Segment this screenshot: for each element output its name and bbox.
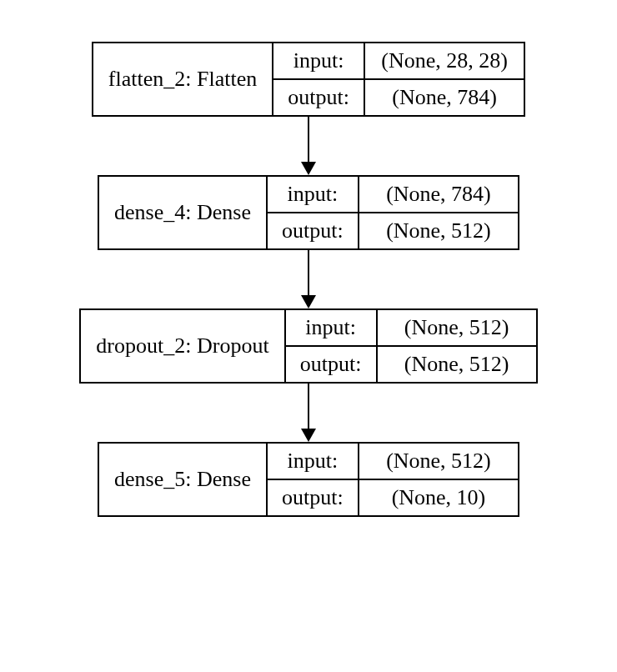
output-label: output: (268, 213, 359, 248)
arrow-icon (301, 250, 316, 308)
layer-node-dense-5: dense_5: Dense input: (None, 512) output… (98, 442, 519, 517)
input-label: input: (273, 43, 365, 78)
layer-output-row: output: (None, 512) (268, 213, 518, 248)
layer-output-row: output: (None, 512) (286, 347, 536, 382)
layer-io: input: (None, 28, 28) output: (None, 784… (273, 43, 524, 115)
input-label: input: (268, 444, 359, 479)
layer-input-row: input: (None, 784) (268, 177, 518, 213)
layer-node-dense-4: dense_4: Dense input: (None, 784) output… (98, 175, 519, 250)
layer-io: input: (None, 512) output: (None, 10) (268, 444, 518, 515)
model-diagram: flatten_2: Flatten input: (None, 28, 28)… (50, 42, 567, 517)
output-shape: (None, 10) (359, 480, 518, 515)
input-label: input: (268, 177, 359, 212)
output-shape: (None, 784) (365, 80, 524, 115)
output-label: output: (273, 80, 365, 115)
input-shape: (None, 512) (359, 444, 518, 479)
input-label: input: (286, 310, 378, 345)
layer-io: input: (None, 784) output: (None, 512) (268, 177, 518, 248)
layer-output-row: output: (None, 10) (268, 480, 518, 515)
output-shape: (None, 512) (378, 347, 536, 382)
input-shape: (None, 512) (378, 310, 536, 345)
layer-input-row: input: (None, 512) (286, 310, 536, 347)
output-label: output: (286, 347, 378, 382)
layer-output-row: output: (None, 784) (273, 80, 524, 115)
layer-node-dropout: dropout_2: Dropout input: (None, 512) ou… (79, 308, 537, 384)
input-shape: (None, 28, 28) (365, 43, 524, 78)
layer-name: dropout_2: Dropout (81, 310, 285, 382)
layer-name: dense_5: Dense (99, 444, 268, 515)
input-shape: (None, 784) (359, 177, 518, 212)
output-shape: (None, 512) (359, 213, 518, 248)
layer-input-row: input: (None, 512) (268, 444, 518, 480)
layer-node-flatten: flatten_2: Flatten input: (None, 28, 28)… (92, 42, 525, 117)
layer-name: dense_4: Dense (99, 177, 268, 248)
arrow-icon (301, 384, 316, 442)
layer-input-row: input: (None, 28, 28) (273, 43, 524, 80)
output-label: output: (268, 480, 359, 515)
layer-io: input: (None, 512) output: (None, 512) (286, 310, 536, 382)
arrow-icon (301, 117, 316, 175)
layer-name: flatten_2: Flatten (93, 43, 273, 115)
